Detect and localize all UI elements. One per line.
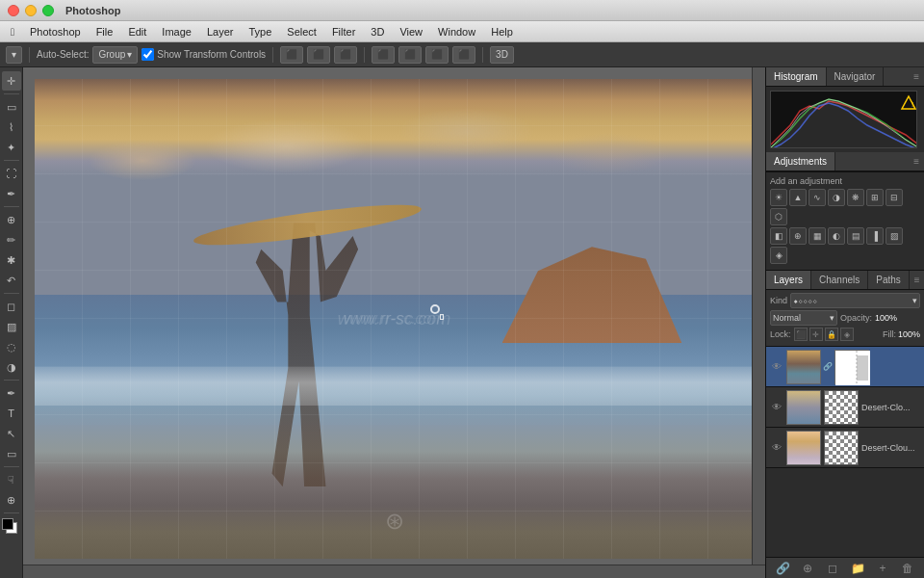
close-button[interactable] bbox=[8, 5, 19, 16]
layer-item[interactable]: 👁 🔗 bbox=[766, 347, 924, 387]
delete-layer-btn[interactable]: 🗑 bbox=[900, 561, 915, 576]
clone-tool[interactable]: ✱ bbox=[2, 250, 21, 270]
3d-mode-btn[interactable]: 3D bbox=[490, 46, 514, 64]
menu-apple[interactable]:  bbox=[4, 24, 21, 39]
channels-tab[interactable]: Channels bbox=[811, 271, 868, 289]
layers-options-btn[interactable]: ≡ bbox=[910, 273, 924, 287]
crop-tool[interactable]: ⛶ bbox=[2, 164, 21, 183]
lock-all-btn[interactable]: 🔒 bbox=[825, 328, 838, 341]
color-swatches[interactable] bbox=[2, 518, 21, 538]
channel-mix-icon[interactable]: ⊕ bbox=[789, 227, 807, 245]
histogram-tab[interactable]: Histogram bbox=[766, 67, 827, 86]
align-left-btn[interactable]: ⬛ bbox=[280, 46, 303, 64]
menu-image[interactable]: Image bbox=[155, 24, 198, 39]
align-right-btn[interactable]: ⬛ bbox=[334, 46, 357, 64]
history-brush-tool[interactable]: ↶ bbox=[2, 271, 21, 290]
invert-icon[interactable]: ◐ bbox=[828, 227, 845, 245]
distribute-btn2[interactable]: ⬛ bbox=[398, 46, 422, 64]
rect-select-tool[interactable]: ▭ bbox=[2, 97, 21, 117]
separator bbox=[29, 47, 30, 63]
menu-file[interactable]: File bbox=[90, 24, 120, 39]
spot-heal-tool[interactable]: ⊕ bbox=[2, 210, 21, 229]
show-transform-checkbox[interactable] bbox=[141, 48, 154, 61]
selective-color-icon[interactable]: ◈ bbox=[770, 247, 787, 264]
menu-3d[interactable]: 3D bbox=[364, 24, 391, 39]
blend-mode-dropdown[interactable]: Normal ▾ bbox=[770, 310, 837, 326]
adjustments-options-btn[interactable]: ≡ bbox=[909, 154, 924, 169]
menu-filter[interactable]: Filter bbox=[325, 24, 362, 39]
vertical-scrollbar[interactable] bbox=[752, 67, 765, 565]
layer-visibility-toggle[interactable]: 👁 bbox=[770, 401, 783, 414]
path-select-tool[interactable]: ↖ bbox=[2, 424, 21, 443]
foreground-color-swatch[interactable] bbox=[2, 518, 13, 530]
posterize-icon[interactable]: ▤ bbox=[847, 227, 864, 245]
layers-tab[interactable]: Layers bbox=[766, 271, 811, 289]
eyedropper-tool[interactable]: ✒ bbox=[2, 184, 21, 203]
histogram-options-btn[interactable]: ≡ bbox=[909, 69, 924, 84]
add-mask-btn[interactable]: ◻ bbox=[825, 561, 840, 576]
lock-art-btn[interactable]: ◈ bbox=[840, 328, 854, 341]
canvas-area[interactable]: www.rr-sc.com ⊛ bbox=[23, 67, 765, 578]
new-layer-btn[interactable]: + bbox=[875, 561, 890, 576]
layer-item[interactable]: 👁 Desert-Clou... bbox=[766, 428, 924, 468]
new-group-btn[interactable]: 📁 bbox=[850, 561, 865, 576]
adjustments-tab[interactable]: Adjustments bbox=[766, 152, 835, 171]
pen-tool[interactable]: ✒ bbox=[2, 383, 21, 403]
layer-item[interactable]: 👁 Desert-Clo... bbox=[766, 387, 924, 428]
lock-position-btn[interactable]: ✛ bbox=[809, 328, 823, 341]
add-style-btn[interactable]: ⊕ bbox=[800, 561, 815, 576]
lasso-tool[interactable]: ⌇ bbox=[2, 118, 21, 137]
maximize-button[interactable] bbox=[42, 5, 54, 16]
move-tool[interactable]: ✛ bbox=[2, 71, 21, 91]
paths-tab[interactable]: Paths bbox=[868, 271, 910, 289]
brightness-contrast-icon[interactable]: ☀ bbox=[770, 189, 787, 206]
eraser-tool[interactable]: ◻ bbox=[2, 297, 21, 316]
menu-select[interactable]: Select bbox=[280, 24, 323, 39]
horizontal-scrollbar[interactable] bbox=[23, 565, 765, 578]
menu-edit[interactable]: Edit bbox=[121, 24, 153, 39]
layer-thumbnail bbox=[786, 431, 821, 465]
menu-window[interactable]: Window bbox=[431, 24, 482, 39]
blur-tool[interactable]: ◌ bbox=[2, 337, 21, 356]
layer-visibility-toggle[interactable]: 👁 bbox=[770, 441, 783, 455]
magic-wand-tool[interactable]: ✦ bbox=[2, 138, 21, 157]
color-lookup-icon[interactable]: ▦ bbox=[808, 227, 826, 245]
menu-help[interactable]: Help bbox=[484, 24, 520, 39]
kind-dropdown[interactable]: ⬥⬦⬦⬦⬦ ▾ bbox=[790, 293, 920, 308]
canvas-container[interactable]: www.rr-sc.com ⊛ bbox=[35, 79, 754, 559]
gradient-tool[interactable]: ▨ bbox=[2, 317, 21, 336]
navigator-tab[interactable]: Navigator bbox=[827, 67, 885, 86]
layer-visibility-toggle[interactable]: 👁 bbox=[770, 360, 783, 374]
hand-tool[interactable]: ☟ bbox=[2, 470, 21, 489]
exposure-icon[interactable]: ◑ bbox=[828, 189, 845, 206]
minimize-button[interactable] bbox=[25, 5, 37, 16]
dodge-tool[interactable]: ◑ bbox=[2, 357, 21, 377]
menu-layer[interactable]: Layer bbox=[200, 24, 241, 39]
text-tool[interactable]: T bbox=[2, 404, 21, 423]
curves-icon[interactable]: ∿ bbox=[808, 189, 826, 206]
brush-tool[interactable]: ✏ bbox=[2, 230, 21, 250]
align-center-btn[interactable]: ⬛ bbox=[307, 46, 330, 64]
distribute-btn4[interactable]: ⬛ bbox=[452, 46, 475, 64]
tool-separator7 bbox=[4, 512, 19, 513]
stop-icon[interactable]: ⬡ bbox=[770, 208, 787, 225]
distribute-btn3[interactable]: ⬛ bbox=[425, 46, 449, 64]
toolbox: ✛ ▭ ⌇ ✦ ⛶ ✒ ⊕ ✏ ✱ ↶ ◻ ▨ ◌ ◑ ✒ T ↖ ▭ ☟ ⊕ bbox=[0, 67, 23, 578]
vibrance-icon[interactable]: ❋ bbox=[847, 189, 864, 206]
menu-photoshop[interactable]: Photoshop bbox=[23, 24, 88, 39]
tool-preset-picker[interactable]: ▾ bbox=[6, 46, 22, 64]
zoom-tool[interactable]: ⊕ bbox=[2, 490, 21, 510]
menu-type[interactable]: Type bbox=[242, 24, 278, 39]
color-balance-icon[interactable]: ⊟ bbox=[886, 189, 903, 206]
menu-view[interactable]: View bbox=[393, 24, 429, 39]
link-layers-btn[interactable]: 🔗 bbox=[775, 561, 790, 576]
shape-tool[interactable]: ▭ bbox=[2, 444, 21, 463]
threshold-icon[interactable]: ▐ bbox=[866, 227, 884, 245]
gradient-map-icon[interactable]: ▨ bbox=[886, 227, 903, 245]
auto-select-dropdown[interactable]: Group ▾ bbox=[92, 46, 138, 64]
photo-filter-icon[interactable]: ◧ bbox=[770, 227, 787, 245]
lock-pixels-btn[interactable]: ⬛ bbox=[794, 328, 808, 341]
distribute-btn[interactable]: ⬛ bbox=[372, 46, 395, 64]
levels-icon[interactable]: ▲ bbox=[789, 189, 807, 206]
hue-sat-icon[interactable]: ⊞ bbox=[866, 189, 884, 206]
